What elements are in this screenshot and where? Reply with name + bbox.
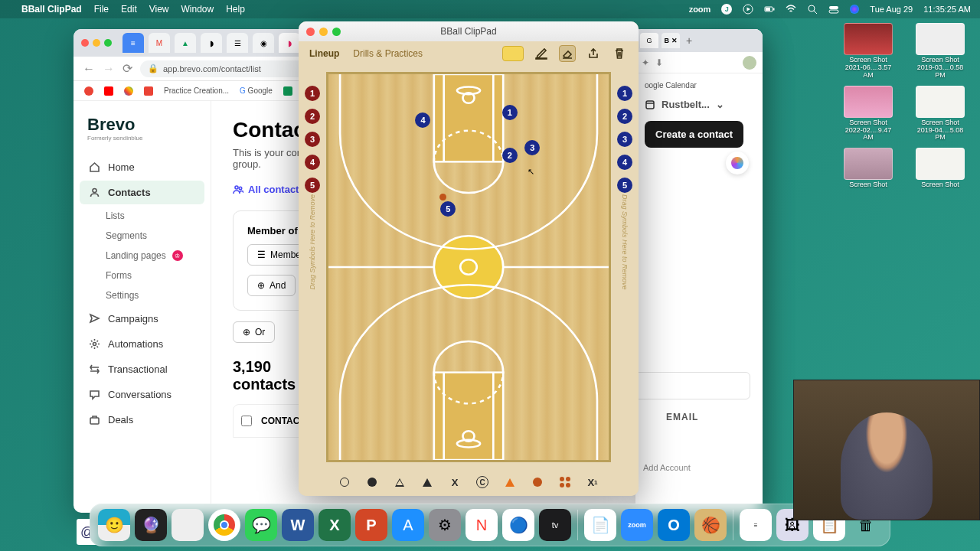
player-token-red[interactable]: 2 xyxy=(305,109,320,124)
nav-reload-icon[interactable]: ⟳ xyxy=(122,61,132,76)
sidebar-item-lists[interactable]: Lists xyxy=(80,206,204,226)
trash-tool-icon[interactable] xyxy=(611,45,628,62)
sidebar-item-conversations[interactable]: Conversations xyxy=(80,383,204,406)
filter-and-button[interactable]: ⊕And xyxy=(247,275,296,296)
shape-ball[interactable] xyxy=(531,476,544,488)
bookmark-item[interactable] xyxy=(124,86,133,96)
menubar-zoom[interactable]: zoom xyxy=(689,5,711,14)
menubar-play-icon[interactable] xyxy=(743,4,753,15)
dock-app[interactable]: 📄 xyxy=(584,509,616,541)
menubar-search-icon[interactable] xyxy=(807,4,818,15)
sidebar-item-settings[interactable]: Settings xyxy=(80,285,204,305)
menubar-wifi-icon[interactable] xyxy=(786,4,796,15)
eraser-tool-icon[interactable] xyxy=(559,45,576,62)
player-token-red[interactable]: 3 xyxy=(305,132,320,147)
dock-zoom[interactable]: zoom xyxy=(621,509,653,541)
dock-news[interactable]: N xyxy=(466,509,498,541)
dock-appletv[interactable]: tv xyxy=(539,509,571,541)
dock-messages[interactable]: 💬 xyxy=(245,509,277,541)
dock-chrome[interactable] xyxy=(208,509,240,541)
dock-settings[interactable]: ⚙ xyxy=(429,509,461,541)
browser-tab[interactable]: ≡ xyxy=(122,33,144,53)
player-on-court[interactable]: 2 xyxy=(502,148,518,163)
menu-help[interactable]: Help xyxy=(226,4,245,15)
browser-tab[interactable]: ◉ xyxy=(253,33,274,53)
browser-tab[interactable]: B ✕ xyxy=(662,33,680,48)
player-token-blue[interactable]: 1 xyxy=(617,86,632,101)
tab-drills[interactable]: Drills & Practices xyxy=(353,48,423,59)
dock-app[interactable]: 🔵 xyxy=(502,509,534,541)
clippad-titlebar[interactable]: BBall ClipPad xyxy=(299,21,639,41)
dock-clippad[interactable]: 🏀 xyxy=(694,509,727,541)
webcam-overlay[interactable] xyxy=(793,380,980,520)
nav-back-icon[interactable]: ← xyxy=(83,62,95,76)
player-token-red[interactable]: 5 xyxy=(305,178,320,193)
traffic-light-close[interactable] xyxy=(306,28,315,36)
add-account-link[interactable]: Add Account xyxy=(643,463,691,472)
shape-triangle-fill[interactable] xyxy=(421,476,433,488)
download-icon[interactable]: ⬇ xyxy=(655,57,663,68)
menubar-app-name[interactable]: BBall ClipPad xyxy=(21,4,82,15)
account-selector[interactable]: Rustbelt... ⌄ xyxy=(645,99,753,110)
desktop-file[interactable]: Screen Shot2019-03....0.58 PM xyxy=(911,23,969,80)
dock-siri[interactable]: 🔮 xyxy=(135,509,167,541)
menubar-control-center-icon[interactable] xyxy=(828,4,839,15)
bookmark-item[interactable] xyxy=(84,86,93,96)
shape-cone[interactable] xyxy=(504,476,516,488)
bookmark-item[interactable]: G Google xyxy=(240,86,273,95)
dock-appstore[interactable]: A xyxy=(392,509,424,541)
create-contact-button[interactable]: Create a contact xyxy=(645,121,743,148)
desktop-file[interactable]: Screen Shot xyxy=(911,148,969,189)
shape-coach[interactable]: C xyxy=(476,476,488,488)
basketball-court[interactable]: 41325 ↖ xyxy=(326,72,611,462)
basketball-marker[interactable] xyxy=(439,194,446,201)
profile-avatar[interactable] xyxy=(743,56,756,70)
menu-file[interactable]: File xyxy=(94,4,109,15)
column-header-email[interactable]: EMAIL xyxy=(666,412,698,422)
browser-tab[interactable]: ☰ xyxy=(227,33,248,53)
browser-tab[interactable]: ◗ xyxy=(279,33,300,53)
menubar-time[interactable]: 11:35:25 AM xyxy=(923,5,971,14)
menubar-user-icon[interactable]: J xyxy=(721,4,732,15)
player-token-blue[interactable]: 5 xyxy=(617,178,632,193)
bookmark-item[interactable] xyxy=(104,86,113,96)
menubar-date[interactable]: Tue Aug 29 xyxy=(870,5,913,14)
player-token-blue[interactable]: 2 xyxy=(617,109,632,124)
dock-minimized[interactable]: ≡ xyxy=(740,509,772,541)
app-icon[interactable] xyxy=(726,152,749,174)
browser-tab[interactable]: ▲ xyxy=(175,33,196,53)
share-tool-icon[interactable] xyxy=(585,45,602,62)
sidebar-item-landing-pages[interactable]: Landing pages♔ xyxy=(80,246,204,266)
dock-finder[interactable]: 🙂 xyxy=(98,509,130,541)
filter-or-button[interactable]: ⊕Or xyxy=(233,321,275,343)
player-on-court[interactable]: 3 xyxy=(524,140,540,155)
menubar-battery-icon[interactable] xyxy=(764,4,775,15)
bookmark-item[interactable] xyxy=(283,86,292,96)
sidebar-item-home[interactable]: Home xyxy=(80,155,204,179)
player-token-blue[interactable]: 4 xyxy=(617,155,632,170)
desktop-file[interactable]: Screen Shot2022-02....9.47 AM xyxy=(839,86,897,142)
menubar-siri-icon[interactable] xyxy=(850,5,859,14)
sidebar-item-contacts[interactable]: Contacts xyxy=(80,181,204,204)
edit-tool-icon[interactable] xyxy=(533,45,550,62)
bookmark-item[interactable] xyxy=(144,86,153,96)
dock-outlook[interactable]: O xyxy=(658,509,690,541)
nav-forward-icon[interactable]: → xyxy=(103,62,115,76)
sidebar-item-transactional[interactable]: Transactional xyxy=(80,357,204,381)
desktop-file[interactable]: Screen Shot2021-06....3.57 AM xyxy=(839,23,897,80)
dock-word[interactable]: W xyxy=(282,509,314,541)
sidebar-item-segments[interactable]: Segments xyxy=(80,226,204,246)
menu-window[interactable]: Window xyxy=(181,4,214,15)
shape-triangle-outline[interactable] xyxy=(394,476,406,488)
select-all-checkbox[interactable] xyxy=(241,416,252,426)
dock-launchpad[interactable] xyxy=(172,509,204,541)
sticky-note-tool[interactable] xyxy=(502,46,524,61)
bookmark-item[interactable]: Practice Creation... xyxy=(164,86,229,95)
dock-powerpoint[interactable]: P xyxy=(355,509,387,541)
shape-x-sub[interactable]: X1 xyxy=(586,476,599,488)
shape-x[interactable]: X xyxy=(449,476,461,488)
shape-balls-grid[interactable] xyxy=(559,476,571,488)
player-token-red[interactable]: 4 xyxy=(305,155,320,170)
sidebar-item-forms[interactable]: Forms xyxy=(80,266,204,285)
player-token-red[interactable]: 1 xyxy=(305,86,320,101)
